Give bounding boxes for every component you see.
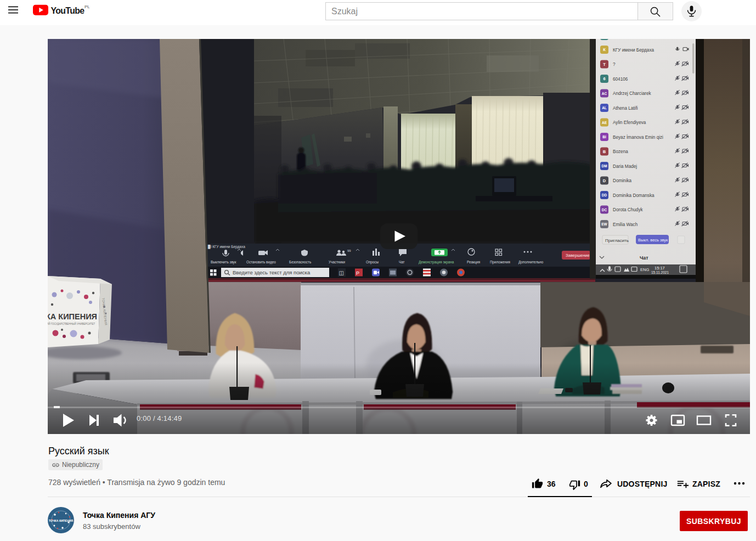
svg-text:DM: DM xyxy=(601,164,607,168)
svg-text:AE: AE xyxy=(602,121,607,125)
svg-text:◫: ◫ xyxy=(339,270,344,276)
svg-text:Безопасность: Безопасность xyxy=(289,260,312,264)
svg-text:Участники: Участники xyxy=(329,260,346,264)
svg-text:15:17: 15:17 xyxy=(655,266,665,270)
svg-text:Bozena: Bozena xyxy=(613,149,628,154)
svg-text:Приложения: Приложения xyxy=(490,260,510,264)
svg-text:15.11.2021: 15.11.2021 xyxy=(651,270,669,274)
svg-text:D: D xyxy=(603,178,606,183)
svg-text:99: 99 xyxy=(347,249,351,252)
svg-text:Остановить видео: Остановить видео xyxy=(246,260,276,264)
svg-text:ТОЧКА КИПЕНИЯ: ТОЧКА КИПЕНИЯ xyxy=(49,519,74,522)
svg-text:BI: BI xyxy=(602,135,606,139)
svg-text:▉l КГУ имени Бердаха: ▉l КГУ имени Бердаха xyxy=(207,244,245,249)
svg-text:PL: PL xyxy=(84,4,90,9)
svg-text:ENG: ENG xyxy=(640,267,649,272)
svg-text:КГУ имени Бердаха: КГУ имени Бердаха xyxy=(613,48,654,53)
svg-text:604106: 604106 xyxy=(613,77,628,82)
svg-text:ИЙ ГОСУДАРСТВЕННЫЙ УНИВЕРСИТЕТ: ИЙ ГОСУДАРСТВЕННЫЙ УНИВЕРСИТЕТ xyxy=(48,322,95,325)
svg-text:?: ? xyxy=(613,62,616,67)
svg-text:Athena Latifi: Athena Latifi xyxy=(613,106,638,111)
svg-text:DD: DD xyxy=(602,193,607,197)
svg-text:Чат: Чат xyxy=(399,260,405,264)
svg-text:T: T xyxy=(603,62,606,67)
svg-text:Beyaz İmanova Emin qizi: Beyaz İmanova Emin qizi xyxy=(613,134,663,140)
svg-text:Пригласить: Пригласить xyxy=(605,238,629,243)
svg-text:AC: AC xyxy=(602,92,607,95)
svg-text:Реакция: Реакция xyxy=(467,260,480,264)
svg-text:Daria Madej: Daria Madej xyxy=(613,164,637,169)
svg-text:DC: DC xyxy=(602,208,607,212)
svg-text:Выкл. весь звук: Выкл. весь звук xyxy=(638,238,668,243)
svg-text:КА КИПЕНИЯ: КА КИПЕНИЯ xyxy=(48,312,97,321)
svg-text:P: P xyxy=(356,270,359,276)
svg-text:AL: AL xyxy=(602,106,607,110)
svg-text:Dominika: Dominika xyxy=(613,178,632,183)
svg-text:Выключить звук: Выключить звук xyxy=(211,260,236,264)
svg-text:Andrzej Charciarek: Andrzej Charciarek xyxy=(613,91,652,96)
svg-text:Dorota Chudyk: Dorota Chudyk xyxy=(613,207,644,212)
svg-text:Опросы: Опросы xyxy=(366,260,379,264)
svg-text:Демонстрация экрана: Демонстрация экрана xyxy=(419,260,454,264)
svg-text:Emilia Wach: Emilia Wach xyxy=(613,222,638,227)
svg-text:К: К xyxy=(603,47,606,52)
svg-text:B: B xyxy=(603,149,606,154)
svg-text:Чат: Чат xyxy=(640,255,648,261)
svg-text:Введите здесь текст для поиска: Введите здесь текст для поиска xyxy=(233,269,311,275)
svg-text:Aylin Efendiyeva: Aylin Efendiyeva xyxy=(613,120,646,125)
svg-text:YouTube: YouTube xyxy=(51,6,85,15)
svg-text:EW: EW xyxy=(601,222,607,226)
svg-text:Завершение: Завершение xyxy=(566,253,590,258)
svg-text:Dominika Domanska: Dominika Domanska xyxy=(613,193,655,198)
svg-text:Дополнительно: Дополнительно xyxy=(518,260,544,264)
svg-text:6: 6 xyxy=(603,76,605,81)
